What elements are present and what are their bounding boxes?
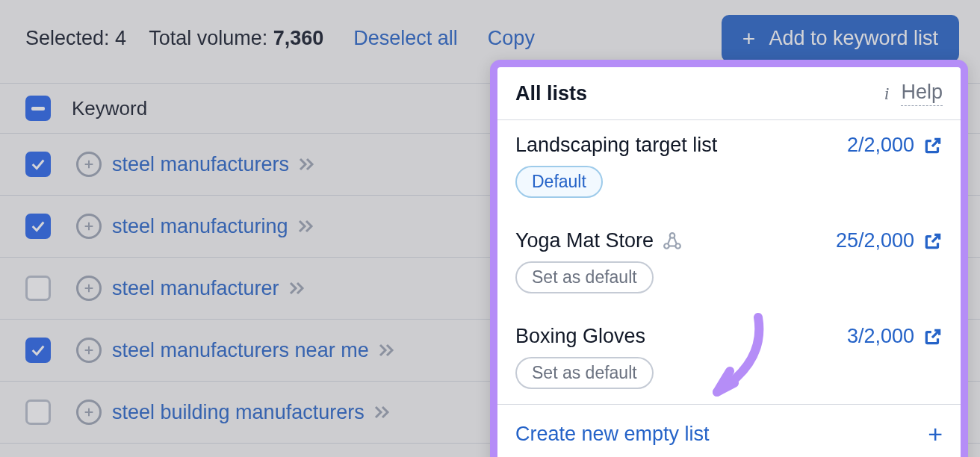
list-count[interactable]: 25/2,000 bbox=[836, 229, 914, 252]
list-name: Landscaping target list bbox=[515, 134, 717, 157]
add-to-keyword-list-button[interactable]: + Add to keyword list bbox=[722, 15, 959, 62]
popup-header: All lists i Help bbox=[497, 67, 961, 120]
chevron-right-icon bbox=[373, 405, 391, 420]
svg-line-15 bbox=[674, 237, 677, 243]
chevron-right-icon bbox=[297, 219, 315, 234]
volume-text: Total volume: 7,360 bbox=[156, 27, 323, 50]
set-as-default-button[interactable]: Set as default bbox=[515, 357, 654, 389]
popup-lists: Landscaping target list2/2,000DefaultYog… bbox=[497, 120, 961, 404]
selected-label: Selected: bbox=[25, 27, 110, 49]
expand-icon[interactable] bbox=[76, 338, 102, 363]
list-name: Yoga Mat Store bbox=[515, 229, 654, 252]
copy-link[interactable]: Copy bbox=[488, 27, 535, 50]
volume-label: Total volume: bbox=[149, 27, 267, 49]
list-name: Boxing Gloves bbox=[515, 325, 645, 348]
list-item[interactable]: Landscaping target list2/2,000Default bbox=[497, 120, 961, 213]
shared-icon bbox=[663, 231, 682, 251]
list-count[interactable]: 2/2,000 bbox=[847, 134, 914, 157]
volume-value: 7,360 bbox=[273, 27, 324, 49]
keyword-link[interactable]: steel manufacturer bbox=[112, 277, 279, 300]
select-all-checkbox[interactable] bbox=[25, 96, 51, 121]
keyword-link[interactable]: steel manufacturers near me bbox=[112, 339, 369, 362]
selected-text: Selected: 4 bbox=[25, 27, 126, 50]
row-checkbox[interactable] bbox=[25, 338, 51, 363]
minus-icon bbox=[31, 107, 45, 111]
row-checkbox[interactable] bbox=[25, 214, 51, 239]
list-item[interactable]: Boxing Gloves3/2,000Set as default bbox=[497, 308, 961, 404]
list-item[interactable]: Yoga Mat Store25/2,000Set as default bbox=[497, 213, 961, 308]
chevron-right-icon bbox=[288, 281, 306, 296]
keyword-lists-popup: All lists i Help Landscaping target list… bbox=[490, 60, 968, 457]
external-link-icon[interactable] bbox=[923, 327, 943, 346]
column-header-keyword[interactable]: Keyword bbox=[72, 97, 147, 120]
expand-icon[interactable] bbox=[76, 152, 102, 177]
help-link[interactable]: Help bbox=[901, 81, 943, 106]
external-link-icon[interactable] bbox=[923, 231, 943, 251]
expand-icon[interactable] bbox=[76, 276, 102, 301]
plus-icon: + bbox=[742, 28, 756, 50]
default-badge: Default bbox=[515, 166, 603, 198]
info-icon[interactable]: i bbox=[884, 84, 890, 104]
create-new-list-link[interactable]: Create new empty list bbox=[515, 423, 928, 446]
create-plus-icon[interactable]: + bbox=[928, 421, 943, 447]
keyword-link[interactable]: steel manufacturing bbox=[112, 215, 288, 238]
external-link-icon[interactable] bbox=[923, 136, 943, 155]
keyword-link[interactable]: steel building manufacturers bbox=[112, 401, 365, 424]
row-checkbox[interactable] bbox=[25, 276, 51, 301]
popup-footer: Create new empty list + bbox=[497, 404, 961, 457]
chevron-right-icon bbox=[298, 157, 316, 172]
add-button-label: Add to keyword list bbox=[769, 27, 938, 50]
svg-point-12 bbox=[664, 243, 669, 249]
selected-count: 4 bbox=[115, 27, 126, 49]
row-checkbox[interactable] bbox=[25, 400, 51, 425]
deselect-all-link[interactable]: Deselect all bbox=[353, 27, 458, 50]
set-as-default-button[interactable]: Set as default bbox=[515, 261, 654, 293]
list-count[interactable]: 3/2,000 bbox=[847, 325, 914, 348]
popup-title: All lists bbox=[515, 82, 884, 105]
keyword-link[interactable]: steel manufacturers bbox=[112, 153, 289, 176]
svg-line-14 bbox=[668, 237, 671, 243]
chevron-right-icon bbox=[378, 343, 396, 358]
svg-point-13 bbox=[675, 243, 680, 249]
row-checkbox[interactable] bbox=[25, 152, 51, 177]
expand-icon[interactable] bbox=[76, 400, 102, 425]
expand-icon[interactable] bbox=[76, 214, 102, 239]
